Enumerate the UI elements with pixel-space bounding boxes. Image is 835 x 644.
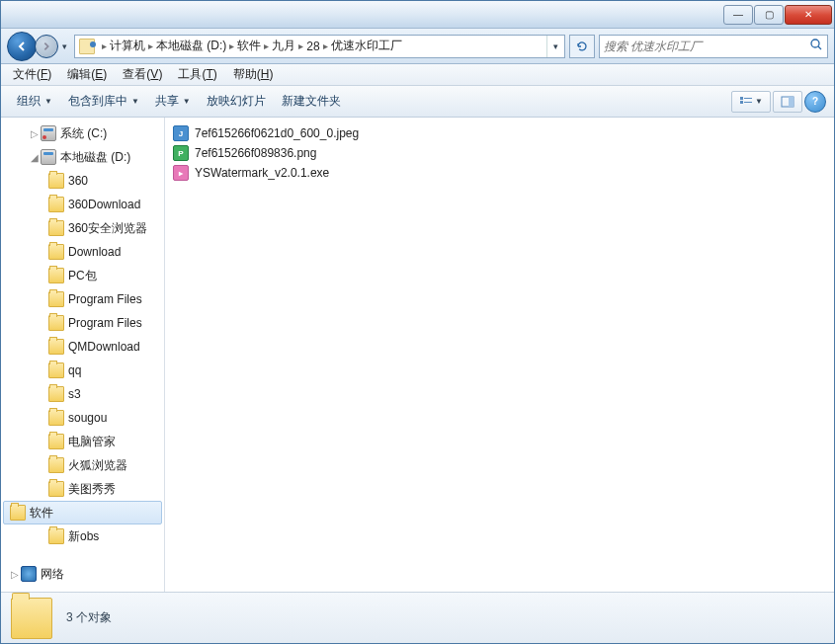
folder-icon [48, 410, 64, 426]
history-dropdown[interactable]: ▾ [58, 33, 70, 60]
include-in-library-button[interactable]: 包含到库中▼ [60, 89, 147, 114]
tree-folder[interactable]: Download [1, 240, 164, 264]
search-box[interactable] [599, 35, 828, 58]
breadcrumb-segment[interactable]: 28 [306, 40, 319, 53]
window-buttons: — ▢ ✕ [723, 5, 832, 25]
folder-icon [79, 39, 95, 54]
slideshow-button[interactable]: 放映幻灯片 [199, 89, 274, 114]
breadcrumb-segment[interactable]: 本地磁盘 (D:) [156, 38, 226, 54]
chevron-down-icon: ▼ [131, 97, 139, 106]
chevron-down-icon: ▼ [44, 97, 52, 106]
help-button[interactable]: ? [804, 91, 826, 113]
tree-label: Program Files [68, 292, 142, 306]
expand-icon[interactable]: ▷ [29, 128, 41, 139]
tree-label: Download [68, 245, 121, 259]
folder-icon [48, 197, 64, 212]
back-button[interactable] [7, 32, 37, 61]
svg-point-0 [811, 40, 819, 47]
breadcrumb-separator[interactable]: ▸ [229, 40, 234, 51]
tree-network[interactable]: ▷网络 [1, 562, 164, 586]
share-button[interactable]: 共享▼ [147, 89, 199, 114]
breadcrumb-separator[interactable]: ▸ [323, 40, 328, 51]
address-dropdown[interactable]: ▾ [546, 36, 564, 57]
tree-folder[interactable]: 360Download [1, 193, 164, 216]
view-mode-button[interactable]: ▼ [731, 91, 771, 113]
breadcrumb-segment[interactable]: 软件 [237, 38, 261, 54]
tree-folder[interactable]: QMDownload [1, 335, 164, 359]
breadcrumb-separator[interactable]: ▸ [148, 40, 153, 51]
svg-text:?: ? [812, 96, 818, 107]
chevron-down-icon: ▼ [183, 97, 191, 106]
collapse-icon[interactable]: ◢ [29, 152, 41, 163]
menu-help[interactable]: 帮助(H) [225, 64, 282, 85]
titlebar[interactable]: — ▢ ✕ [1, 1, 834, 29]
svg-line-1 [818, 46, 821, 49]
tree-label: sougou [68, 411, 107, 425]
menu-edit[interactable]: 编辑(E) [59, 64, 115, 85]
png-file-icon: P [173, 145, 189, 161]
drive-icon [41, 149, 56, 165]
file-list-pane[interactable]: J7ef615266f0621d0_600_0.jpegP7ef615266f0… [165, 118, 834, 592]
tree-folder[interactable]: 电脑管家 [1, 430, 164, 453]
tree-folder[interactable]: s3 [1, 382, 164, 406]
tree-folder[interactable]: 360安全浏览器 [1, 216, 164, 240]
menu-file[interactable]: 文件(F) [5, 64, 59, 85]
tree-folder[interactable]: qq [1, 359, 164, 382]
file-item[interactable]: J7ef615266f0621d0_600_0.jpeg [169, 123, 830, 143]
tree-folder[interactable]: 火狐浏览器 [1, 453, 164, 477]
file-item[interactable]: P7ef615266f089836.png [169, 143, 830, 163]
close-button[interactable]: ✕ [785, 5, 832, 25]
menu-tools[interactable]: 工具(T) [170, 64, 224, 85]
address-bar[interactable]: ▸ 计算机 ▸ 本地磁盘 (D:) ▸ 软件 ▸ 九月 ▸ 28 ▸ 优速水印工… [74, 35, 565, 58]
tree-label: PC包 [68, 268, 97, 284]
tree-drive-d[interactable]: ◢本地磁盘 (D:) [1, 145, 164, 169]
menu-view[interactable]: 查看(V) [115, 64, 170, 85]
maximize-button[interactable]: ▢ [754, 5, 784, 25]
tree-label: Program Files [68, 316, 142, 330]
tree-folder[interactable]: PC包 [1, 264, 164, 287]
breadcrumb-separator[interactable]: ▸ [102, 40, 107, 51]
tree-folder[interactable]: sougou [1, 406, 164, 430]
refresh-button[interactable] [569, 35, 595, 58]
new-folder-button[interactable]: 新建文件夹 [274, 89, 349, 114]
arrow-left-icon [16, 40, 28, 52]
tree-label: 软件 [30, 505, 53, 522]
breadcrumb-separator[interactable]: ▸ [298, 40, 303, 51]
breadcrumb-segment[interactable]: 计算机 [110, 38, 145, 54]
tree-folder[interactable]: 360 [1, 169, 164, 193]
breadcrumb-segment[interactable]: 九月 [272, 38, 295, 54]
breadcrumb-segment[interactable]: 优速水印工厂 [331, 38, 402, 54]
nav-history: ▾ [7, 32, 70, 61]
tree-folder[interactable]: Program Files [1, 287, 164, 311]
file-name: 7ef615266f089836.png [195, 146, 316, 160]
file-item[interactable]: ▸YSWatermark_v2.0.1.exe [169, 163, 830, 183]
organize-button[interactable]: 组织▼ [9, 89, 60, 114]
tree-drive-c[interactable]: ▷系统 (C:) [1, 121, 164, 145]
tree-label: 电脑管家 [68, 434, 116, 450]
tree-label: 网络 [41, 566, 64, 583]
search-input[interactable] [604, 40, 809, 53]
forward-button[interactable] [35, 35, 58, 58]
file-name: 7ef615266f0621d0_600_0.jpeg [195, 126, 359, 140]
folder-icon [48, 220, 64, 236]
status-text: 3 个对象 [66, 609, 112, 626]
tree-label: 美图秀秀 [68, 481, 116, 498]
preview-pane-button[interactable] [773, 91, 802, 113]
tree-folder[interactable]: Program Files [1, 311, 164, 335]
svg-rect-2 [740, 97, 743, 100]
expand-icon[interactable]: ▷ [9, 569, 21, 580]
tree-folder[interactable]: 美图秀秀 [1, 477, 164, 501]
folder-icon [48, 362, 64, 378]
tree-label: QMDownload [68, 340, 140, 354]
search-icon[interactable] [809, 38, 823, 54]
svg-rect-3 [740, 101, 743, 104]
svg-rect-7 [789, 97, 793, 107]
tree-label: 火狐浏览器 [68, 457, 127, 474]
minimize-button[interactable]: — [723, 5, 753, 25]
tree-folder[interactable]: 软件 [3, 501, 162, 524]
tree-folder[interactable]: 新obs [1, 524, 164, 548]
breadcrumb-separator[interactable]: ▸ [264, 40, 269, 51]
arrow-right-icon [42, 41, 51, 51]
navigation-pane[interactable]: ▷系统 (C:) ◢本地磁盘 (D:) 360360Download360安全浏… [1, 118, 165, 592]
explorer-window: — ▢ ✕ ▾ ▸ 计算机 ▸ 本地磁盘 (D:) ▸ 软件 ▸ 九月 ▸ 28 [0, 0, 835, 644]
